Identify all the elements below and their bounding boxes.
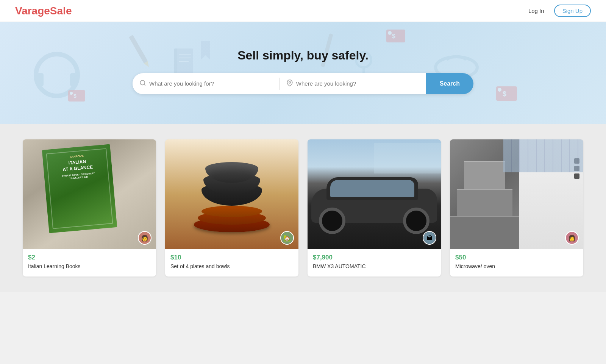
seller-avatar: 🏡 [280, 231, 294, 245]
svg-point-0 [36, 54, 78, 96]
svg-point-26 [289, 81, 291, 83]
search-icon [139, 80, 146, 87]
listing-image: 👩 [450, 139, 583, 249]
signup-button[interactable]: Sign Up [554, 5, 591, 17]
seller-avatar: 👩 [565, 231, 579, 245]
svg-line-25 [144, 84, 145, 85]
location-icon [286, 80, 293, 87]
hero-title: Sell simply, buy safely. [237, 48, 369, 62]
logo[interactable]: VarageSale [15, 5, 72, 17]
svg-marker-13 [201, 41, 210, 60]
svg-rect-6 [129, 35, 148, 63]
svg-text:$: $ [392, 33, 395, 39]
seller-avatar: 👩 [138, 231, 152, 245]
listing-title: Microwave/ oven [455, 263, 578, 270]
listing-title: Set of 4 plates and bowls [170, 263, 293, 270]
listing-price: $50 [455, 254, 578, 261]
listing-price: $10 [170, 254, 293, 261]
search-what-wrapper [133, 74, 279, 93]
listing-info: $10 Set of 4 plates and bowls [165, 249, 298, 277]
svg-text:$: $ [73, 93, 77, 99]
svg-rect-1 [36, 73, 44, 86]
listing-image: 🏡 [165, 139, 298, 249]
svg-rect-2 [70, 73, 78, 86]
listing-card[interactable]: 👩 $50 Microwave/ oven [450, 139, 583, 277]
listing-title: Italian Learning Books [28, 263, 151, 270]
listing-card[interactable]: 🏡 $10 Set of 4 plates and bowls [165, 139, 298, 277]
listing-price: $2 [28, 254, 151, 261]
svg-point-21 [498, 88, 501, 92]
svg-marker-7 [144, 61, 151, 68]
avatar-image: 🏡 [281, 232, 293, 244]
listing-card[interactable]: 🏔 $7,900 BMW X3 AUTOMATIC [308, 139, 441, 277]
listing-image: BARRON'S ITALIANAT A GLANCE PHRASE BOOK … [23, 139, 156, 249]
svg-rect-3 [68, 90, 85, 102]
header: VarageSale Log In Sign Up [0, 0, 606, 22]
listing-info: $7,900 BMW X3 AUTOMATIC [308, 249, 441, 277]
header-nav: Log In Sign Up [525, 5, 591, 17]
svg-rect-8 [174, 48, 193, 75]
listing-info: $50 Microwave/ oven [450, 249, 583, 277]
search-what-input[interactable] [149, 80, 272, 87]
search-bar: Search [133, 73, 473, 94]
listings-grid: BARRON'S ITALIANAT A GLANCE PHRASE BOOK … [23, 139, 583, 277]
listing-price: $7,900 [313, 254, 436, 261]
avatar-image: 👩 [139, 232, 151, 244]
svg-rect-19 [496, 86, 517, 101]
avatar-image: 👩 [566, 232, 578, 244]
svg-text:$: $ [503, 90, 506, 98]
svg-point-24 [140, 80, 145, 85]
search-where-input[interactable] [296, 80, 419, 87]
listing-title: BMW X3 AUTOMATIC [313, 263, 436, 270]
hero-banner: $ $ [0, 22, 606, 124]
logo-sale: Sale [50, 5, 72, 17]
search-button[interactable]: Search [426, 73, 473, 94]
login-button[interactable]: Log In [525, 5, 548, 16]
logo-text: Varage [15, 5, 50, 17]
listing-image: 🏔 [308, 139, 441, 249]
svg-point-5 [70, 92, 73, 95]
svg-rect-14 [386, 30, 405, 42]
svg-rect-9 [174, 48, 177, 75]
search-where-wrapper [280, 74, 426, 93]
seller-avatar: 🏔 [423, 231, 436, 245]
listing-card[interactable]: BARRON'S ITALIANAT A GLANCE PHRASE BOOK … [23, 139, 156, 277]
avatar-image: 🏔 [423, 232, 436, 244]
listings-area: BARRON'S ITALIANAT A GLANCE PHRASE BOOK … [0, 124, 606, 292]
listing-info: $2 Italian Learning Books [23, 249, 156, 277]
svg-point-16 [388, 31, 392, 35]
